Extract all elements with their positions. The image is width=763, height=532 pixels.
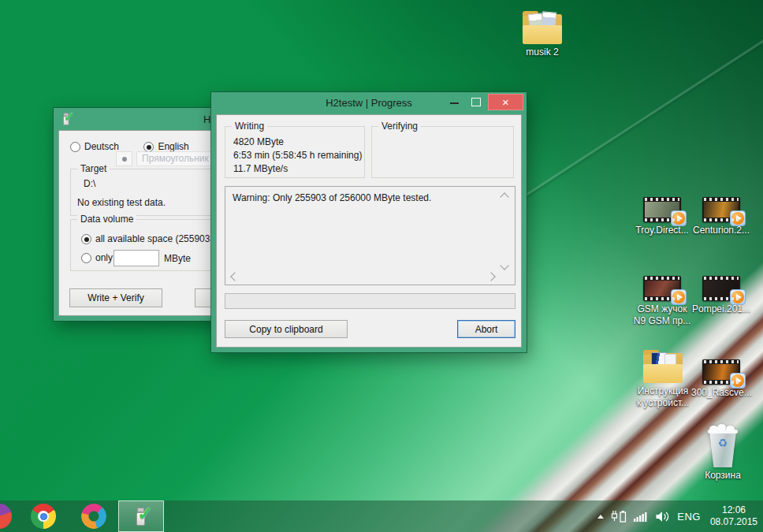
only-row: only: [81, 252, 113, 263]
recycle-icon: ♻: [705, 437, 740, 449]
taskbar-partial-app-icon[interactable]: [0, 504, 12, 529]
writing-group: Writing 4820 MByte 6:53 min (5:58:45 h r…: [225, 126, 365, 178]
video-file-icon: [702, 359, 740, 385]
music-folder-icon: [523, 11, 562, 44]
scroll-left-icon[interactable]: [230, 272, 239, 281]
video-file-icon: [643, 276, 681, 301]
network-signal-icon[interactable]: [634, 510, 648, 523]
desktop-icon-troy[interactable]: Troy.Direct...: [632, 197, 692, 236]
desktop: musik 2 Troy.Direct... Centurion.2... GS…: [0, 0, 763, 532]
minimize-button[interactable]: [450, 102, 459, 104]
writing-speed: 11.7 MByte/s: [233, 162, 288, 176]
abort-button[interactable]: Abort: [457, 320, 515, 338]
mbyte-input[interactable]: [114, 250, 159, 266]
h2testw-progress-window: H2testw | Progress × Writing 4820 MByte …: [211, 92, 527, 352]
target-path: D:\: [84, 177, 95, 191]
scroll-up-icon[interactable]: [500, 192, 508, 201]
check-icon: ✓: [64, 110, 75, 125]
write-verify-button[interactable]: Write + Verify: [69, 288, 162, 307]
progress-client: Writing 4820 MByte 6:53 min (5:58:45 h r…: [216, 114, 522, 348]
clock[interactable]: 12:06 08.07.2015: [710, 504, 757, 528]
desktop-icon-label: Pompei.201...: [691, 303, 751, 315]
video-file-icon: [702, 276, 740, 301]
h2testw-taskbar-icon: ✓: [134, 506, 148, 526]
h2testw-app-icon: ✓: [61, 112, 71, 126]
volume-speaker-icon[interactable]: [655, 511, 670, 523]
copy-to-clipboard-button[interactable]: Copy to clipboard: [225, 320, 348, 338]
radio-deutsch-label: Deutsch: [84, 141, 119, 152]
maximize-button[interactable]: [471, 98, 481, 106]
writing-time: 6:53 min (5:58:45 h remaining): [233, 149, 362, 162]
radio-only-label: only: [95, 252, 113, 263]
taskbar-chrome-icon[interactable]: [31, 504, 56, 529]
play-badge-icon: [730, 373, 746, 389]
desktop-icon-pompei[interactable]: Pompei.201...: [691, 276, 751, 315]
taskbar: ✓: [0, 500, 763, 532]
target-status: No existing test data.: [77, 196, 166, 210]
play-badge-icon: [730, 210, 746, 226]
taskbar-zona-icon[interactable]: [81, 504, 106, 529]
desktop-icon-instrukcija[interactable]: Инструкция к устройст...: [633, 350, 693, 409]
clock-time: 12:06: [710, 504, 757, 516]
recycle-bin-icon: ♻: [705, 426, 740, 467]
mbyte-unit-label: MByte: [164, 253, 191, 264]
desktop-icon-label: 300_Rascve...: [691, 387, 751, 399]
target-group-label: Target: [77, 163, 110, 174]
clock-date: 08.07.2015: [710, 516, 757, 528]
desktop-icon-300[interactable]: 300_Rascve...: [691, 359, 751, 399]
ghost-bullet-icon: [116, 151, 132, 166]
desktop-icon-musik-2[interactable]: musik 2: [512, 11, 572, 58]
ghost-label: Прямоугольник: [136, 151, 212, 166]
close-button[interactable]: ×: [488, 94, 523, 110]
check-icon: ✓: [137, 503, 153, 525]
play-badge-icon: [671, 210, 687, 226]
desktop-icon-label: Инструкция к устройст...: [633, 385, 693, 409]
log-warning-text: Warning: Only 255903 of 256000 MByte tes…: [233, 192, 431, 203]
log-textarea[interactable]: Warning: Only 255903 of 256000 MByte tes…: [225, 186, 515, 285]
play-badge-icon: [730, 289, 746, 305]
verifying-group-label: Verifying: [378, 121, 421, 132]
docs-folder-icon: [643, 350, 683, 383]
play-badge-icon: [671, 289, 687, 305]
progress-titlebar[interactable]: H2testw | Progress ×: [211, 92, 527, 114]
radio-deutsch[interactable]: [70, 142, 80, 152]
language-radio-group: Deutsch English: [70, 141, 189, 152]
progress-bar: [225, 293, 515, 309]
data-volume-group-label: Data volume: [77, 214, 136, 225]
video-file-icon: [643, 197, 681, 222]
desktop-icon-label: Корзина: [693, 470, 753, 482]
radio-all-space[interactable]: [81, 234, 91, 244]
radio-only[interactable]: [81, 253, 91, 263]
show-hidden-icons-chevron[interactable]: [597, 515, 604, 519]
power-battery-icon[interactable]: [611, 509, 627, 523]
writing-group-label: Writing: [232, 121, 267, 132]
scroll-down-icon[interactable]: [500, 261, 508, 270]
writing-mbytes: 4820 MByte: [233, 136, 284, 149]
desktop-icon-centurion[interactable]: Centurion.2...: [691, 197, 751, 236]
desktop-icon-label: Centurion.2...: [691, 225, 751, 236]
scroll-right-icon[interactable]: [486, 272, 495, 281]
close-icon: ×: [502, 95, 509, 109]
verifying-group: Verifying: [371, 126, 514, 178]
desktop-icon-label: Troy.Direct...: [632, 225, 692, 236]
desktop-icon-label: GSM жучок N9 GSM пр...: [632, 303, 692, 327]
desktop-icon-gsm[interactable]: GSM жучок N9 GSM пр...: [632, 276, 692, 327]
desktop-icon-label: musik 2: [512, 47, 572, 58]
radio-english-label: English: [158, 141, 188, 152]
language-indicator[interactable]: ENG: [677, 511, 701, 523]
desktop-icon-recycle-bin[interactable]: ♻ Корзина: [693, 426, 753, 482]
taskbar-h2testw-button[interactable]: ✓: [118, 500, 164, 532]
rectangle-tool-ghost-overlay: Прямоугольник: [116, 151, 212, 166]
video-file-icon: [702, 197, 740, 222]
system-tray: ENG 12:06 08.07.2015: [590, 500, 763, 532]
